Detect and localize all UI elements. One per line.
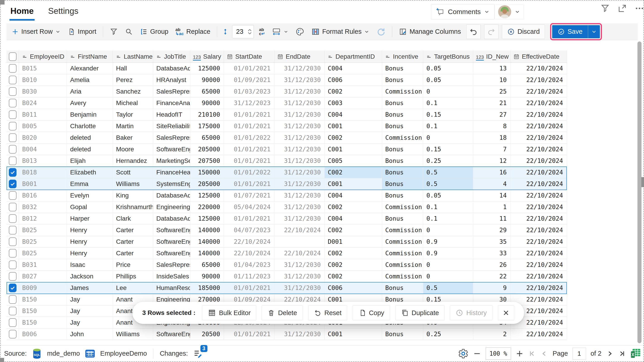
cell-TargetBonus[interactable]: 0.1: [423, 201, 473, 213]
cell-EndDate[interactable]: 31/12/2030: [274, 282, 324, 294]
table-row[interactable]: B032GopalKrishnamurthyEngineeringH220000…: [6, 201, 567, 213]
cell-StartDate[interactable]: 01/07/2021: [224, 190, 274, 201]
cell-EffectiveDate[interactable]: 22/10/2024: [510, 282, 567, 294]
reset-button[interactable]: Reset: [308, 305, 347, 320]
table-row[interactable]: B006JohnWilliamsSoftwareEng2050001/01/20…: [6, 328, 567, 340]
color-button[interactable]: [294, 25, 306, 39]
close-button[interactable]: [498, 305, 514, 320]
cell-FirstName[interactable]: Jay: [67, 317, 113, 328]
cell-Incentive[interactable]: Bonus: [382, 190, 423, 201]
cell-Salary[interactable]: 210100: [190, 109, 224, 120]
table-row[interactable]: B030AriaSanchezSalesReprese6500001/03/20…: [6, 86, 567, 97]
row-checkbox[interactable]: [9, 99, 16, 107]
last-page-button[interactable]: [618, 350, 626, 357]
cell-LastName[interactable]: King: [113, 190, 153, 201]
row-checkbox[interactable]: [9, 110, 16, 119]
cell-StartDate[interactable]: 01/01/2021: [224, 328, 274, 340]
cell-JobTitle[interactable]: SiteReliability: [153, 120, 190, 132]
cell-EmployeeID[interactable]: B011: [19, 109, 67, 120]
cell-StartDate[interactable]: 31/12/2023: [224, 97, 274, 109]
row-checkbox[interactable]: [9, 180, 16, 188]
cell-EndDate[interactable]: 31/12/2030: [274, 74, 324, 86]
cell-LastName[interactable]: Perez: [113, 74, 153, 86]
cell-Incentive[interactable]: Commission: [382, 86, 423, 97]
cell-JobTitle[interactable]: MarketingSer: [153, 155, 190, 166]
previous-page-button[interactable]: [540, 350, 548, 357]
cell-JobTitle[interactable]: SalesReprese: [153, 86, 190, 97]
cell-EffectiveDate[interactable]: 22/10/2024: [510, 109, 567, 120]
cell-Salary[interactable]: 65000: [190, 86, 224, 97]
cell-JobTitle[interactable]: SalesReprese: [153, 259, 190, 270]
cell-Incentive[interactable]: Bonus: [382, 155, 423, 166]
cell-ID_New[interactable]: 2: [473, 328, 510, 340]
cell-DepartmentID[interactable]: C001: [324, 328, 382, 340]
cell-EndDate[interactable]: 31/12/2030: [274, 190, 324, 201]
cell-EmployeeID[interactable]: B150: [19, 317, 67, 328]
cell-ID_New[interactable]: 26: [473, 259, 510, 270]
filter-icon[interactable]: [600, 3, 610, 14]
cell-DepartmentID[interactable]: C006: [324, 282, 382, 294]
row-checkbox[interactable]: [9, 203, 16, 211]
cell-FirstName[interactable]: Elijah: [67, 155, 113, 166]
zoom-in-button[interactable]: [516, 349, 524, 358]
cell-EndDate[interactable]: 31/12/2030: [274, 328, 324, 340]
table-row[interactable]: B012HarperClarkDatabaseAdn12500001/01/20…: [6, 213, 567, 225]
cell-TargetBonus[interactable]: 0: [423, 225, 473, 236]
cell-FirstName[interactable]: Emma: [67, 178, 113, 190]
column-width-button[interactable]: [270, 25, 290, 39]
cell-JobTitle[interactable]: SoftwareEng: [153, 225, 190, 236]
cell-JobTitle[interactable]: HRAnalyst: [153, 74, 190, 86]
cell-LastName[interactable]: Hall: [113, 63, 153, 74]
row-checkbox[interactable]: [9, 237, 16, 246]
cell-StartDate[interactable]: 01/01/2021: [224, 178, 274, 190]
cell-ID_New[interactable]: 9: [473, 282, 510, 294]
cell-ID_New[interactable]: 16: [473, 167, 510, 178]
cell-EffectiveDate[interactable]: 22/10/2024: [510, 190, 567, 201]
row-checkbox[interactable]: [9, 214, 16, 223]
table-row[interactable]: B025HenryCarterSoftwareEng14000022/10/20…: [6, 248, 567, 259]
column-header-Salary[interactable]: 123Salary: [190, 51, 224, 63]
cell-EmployeeID[interactable]: B032: [19, 201, 67, 213]
row-checkbox[interactable]: [9, 87, 16, 96]
cell-JobTitle[interactable]: HumanResou: [153, 282, 190, 294]
cell-DepartmentID[interactable]: C002: [324, 167, 382, 178]
cell-EndDate[interactable]: 31/12/2030: [274, 132, 324, 143]
cell-DepartmentID[interactable]: C004: [324, 213, 382, 224]
cell-Salary[interactable]: 90000: [190, 74, 224, 86]
cell-DepartmentID[interactable]: C003: [324, 97, 382, 109]
next-page-button[interactable]: [606, 350, 614, 357]
manage-columns-button[interactable]: Manage Columns: [397, 25, 462, 39]
column-header-EmployeeID[interactable]: EmployeeID: [19, 51, 67, 63]
cell-ID_New[interactable]: 35: [473, 236, 510, 247]
cell-StartDate[interactable]: 01/01/2022: [224, 167, 274, 178]
cell-LastName[interactable]: Lee: [113, 282, 153, 294]
cell-TargetBonus[interactable]: 0.9: [423, 236, 473, 247]
cell-EmployeeID[interactable]: B025: [19, 236, 67, 247]
cell-FirstName[interactable]: Evelyn: [67, 190, 113, 201]
cell-FirstName[interactable]: Henry: [67, 248, 113, 259]
row-checkbox[interactable]: [9, 133, 16, 142]
cell-EmployeeID[interactable]: B025: [19, 225, 67, 236]
column-header-StartDate[interactable]: StartDate: [224, 51, 274, 63]
cell-EffectiveDate[interactable]: 22/10/2024: [510, 132, 567, 143]
row-checkbox[interactable]: [9, 272, 16, 281]
cell-LastName[interactable]: Carter: [113, 248, 153, 259]
cell-JobTitle[interactable]: SalesReprese: [153, 132, 190, 143]
cell-EffectiveDate[interactable]: 22/10/2024: [510, 144, 567, 155]
cell-ID_New[interactable]: 21: [473, 97, 510, 109]
cell-LastName[interactable]: Taylor: [113, 109, 153, 120]
cell-ID_New[interactable]: 33: [473, 248, 510, 259]
column-header-Incentive[interactable]: Incentive: [382, 51, 423, 63]
duplicate-button[interactable]: Duplicate: [396, 305, 445, 320]
cell-Incentive[interactable]: Bonus: [382, 144, 423, 155]
cell-StartDate[interactable]: 01/01/2021: [224, 144, 274, 155]
cell-EndDate[interactable]: 31/12/2030: [274, 271, 324, 282]
cell-JobTitle[interactable]: HeadofIT: [153, 109, 190, 120]
stepper-arrows[interactable]: [247, 29, 254, 35]
cell-EmployeeID[interactable]: B150: [19, 305, 67, 317]
cell-ID_New[interactable]: 18: [473, 132, 510, 143]
cell-FirstName[interactable]: Elizabeth: [67, 167, 113, 178]
cell-DepartmentID[interactable]: C002: [324, 259, 382, 270]
cell-TargetBonus[interactable]: 0.15: [423, 144, 473, 155]
cell-StartDate[interactable]: 01/01/2022: [224, 132, 274, 143]
